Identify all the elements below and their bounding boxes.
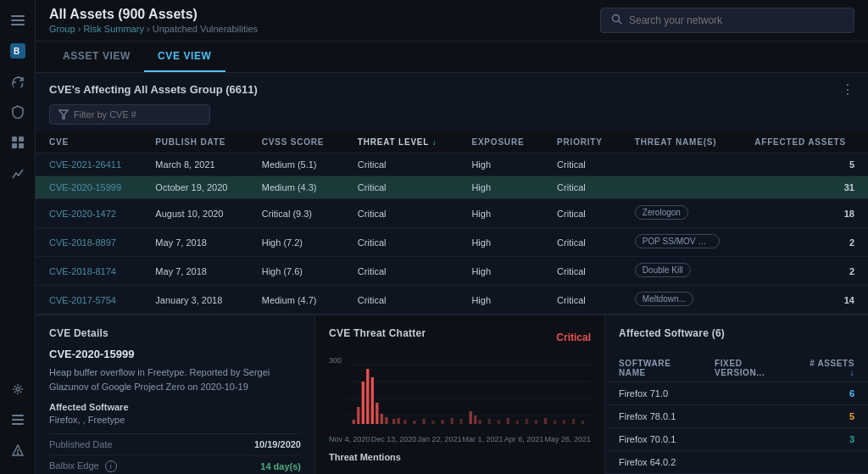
svg-point-15 — [613, 15, 620, 22]
sidebar-shield-icon[interactable] — [4, 98, 31, 125]
sidebar-list-icon[interactable] — [4, 406, 31, 433]
main-content: All Assets (900 Assets) Group › Risk Sum… — [36, 0, 868, 474]
exposure-cell: High — [458, 286, 543, 315]
sidebar-refresh-icon[interactable] — [4, 68, 31, 95]
x-label-4: Mar 1, 2021 — [463, 435, 504, 443]
cvss-score-cell: Medium (5.1) — [248, 153, 344, 176]
affected-software-label: Affected Software — [49, 402, 301, 412]
col-assets[interactable]: # ASSETS ↓ — [795, 354, 868, 382]
svg-rect-0 — [11, 15, 25, 17]
table-row[interactable]: CVE-2020-1472 August 10, 2020 Critical (… — [36, 199, 868, 228]
threat-tag: Zerologon — [635, 205, 688, 220]
publish-date-cell: October 19, 2020 — [142, 176, 248, 199]
exposure-cell: High — [458, 228, 543, 257]
breadcrumb-group[interactable]: Group — [49, 24, 75, 34]
breadcrumb: Group › Risk Summary › Unpatched Vulnera… — [49, 24, 258, 34]
exposure-cell: High — [458, 176, 543, 199]
sidebar: B — [0, 0, 36, 474]
sidebar-chart-icon[interactable] — [4, 159, 31, 187]
threat-level-cell: Critical — [344, 176, 459, 199]
publish-date-cell: March 8, 2021 — [142, 153, 248, 176]
col-priority[interactable]: PRIORITY — [543, 131, 621, 153]
table-row[interactable]: CVE-2018-8174 May 7, 2018 High (7.6) Cri… — [36, 257, 868, 286]
search-input[interactable] — [629, 14, 843, 26]
col-publish-date[interactable]: PUBLISH DATE — [142, 131, 248, 153]
cvss-score-cell: High (7.6) — [248, 257, 344, 286]
sidebar-menu-icon[interactable] — [4, 7, 31, 34]
cve-details-label: CVE Details — [49, 327, 301, 339]
threat-mentions-label: Threat Mentions — [329, 452, 591, 462]
info-icon[interactable]: i — [105, 460, 117, 472]
svg-rect-23 — [357, 407, 359, 424]
sw-name-cell: Firefox 70.0.1 — [605, 428, 701, 451]
table-row[interactable]: CVE-2021-26411 March 8, 2021 Medium (5.1… — [36, 153, 868, 176]
list-item[interactable]: Firefox 64.0.2 — [605, 451, 868, 474]
sidebar-grid-icon[interactable] — [4, 129, 31, 156]
exposure-cell: High — [458, 153, 543, 176]
cve-id-cell: CVE-2018-8897 — [36, 228, 142, 257]
cve-id-cell: CVE-2017-5754 — [36, 286, 142, 315]
table-row[interactable]: CVE-2017-5754 January 3, 2018 Medium (4.… — [36, 286, 868, 315]
svg-rect-43 — [498, 420, 500, 424]
affected-assets-cell: 5 — [741, 153, 868, 176]
svg-rect-12 — [12, 423, 24, 425]
affected-software-panel: Affected Software (6) SOFTWARE NAME FIXE… — [605, 315, 868, 474]
affected-assets-cell: 18 — [741, 199, 868, 228]
affected-software-panel-label: Affected Software (6) — [619, 327, 854, 339]
fixed-version-cell — [701, 451, 795, 474]
cve-description: Heap buffer overflow in Freetype. Report… — [49, 365, 301, 393]
assets-count-cell: 6 — [795, 382, 868, 405]
table-row[interactable]: CVE-2018-8897 May 7, 2018 High (7.2) Cri… — [36, 228, 868, 257]
col-cve[interactable]: CVE — [36, 131, 142, 153]
assets-count-cell — [795, 451, 868, 474]
priority-cell: Critical — [543, 176, 621, 199]
svg-rect-37 — [450, 418, 453, 424]
svg-rect-52 — [581, 421, 584, 424]
threat-tag: Double Kill — [635, 263, 691, 277]
svg-rect-8 — [19, 143, 24, 148]
published-date-value: 10/19/2020 — [254, 439, 301, 449]
affected-assets-cell: 2 — [741, 228, 868, 257]
svg-point-14 — [17, 454, 18, 454]
col-affected[interactable]: AFFECTED ASSETS — [741, 131, 868, 153]
threat-name-cell: POP SS/MOV SS... — [621, 228, 741, 257]
more-options-button[interactable]: ⋮ — [841, 81, 854, 98]
svg-rect-29 — [385, 417, 387, 424]
list-item[interactable]: Firefox 78.0.1 5 — [605, 405, 868, 428]
header-left: All Assets (900 Assets) Group › Risk Sum… — [49, 7, 258, 34]
svg-rect-26 — [371, 377, 374, 424]
col-exposure[interactable]: EXPOSURE — [458, 131, 543, 153]
svg-rect-7 — [12, 143, 17, 148]
list-item[interactable]: Firefox 71.0 6 — [605, 382, 868, 405]
table-row[interactable]: CVE-2020-15999 October 19, 2020 Medium (… — [36, 176, 868, 199]
tab-cve-view[interactable]: CVE VIEW — [144, 42, 225, 72]
affected-software-table: SOFTWARE NAME FIXED VERSION... # ASSETS … — [605, 354, 868, 474]
publish-date-cell: May 7, 2018 — [142, 228, 248, 257]
col-sw-name[interactable]: SOFTWARE NAME — [605, 354, 701, 382]
sidebar-gear-icon[interactable] — [4, 376, 31, 403]
svg-marker-17 — [59, 110, 68, 119]
sidebar-alert-icon[interactable] — [4, 437, 31, 464]
svg-rect-25 — [366, 369, 369, 424]
svg-rect-36 — [441, 420, 443, 424]
tab-asset-view[interactable]: ASSET VIEW — [49, 42, 144, 72]
svg-rect-30 — [392, 419, 395, 424]
threat-chart: 300 — [329, 356, 591, 432]
col-threat-level[interactable]: THREAT LEVEL ↓ — [344, 131, 459, 153]
search-bar[interactable] — [600, 8, 854, 33]
sw-name-cell: Firefox 71.0 — [605, 382, 701, 405]
affected-software-value: Firefox, , Freetype — [49, 415, 301, 425]
filter-cve-input[interactable] — [74, 109, 201, 120]
svg-rect-45 — [516, 421, 519, 424]
col-cvss[interactable]: CVSS SCORE — [248, 131, 344, 153]
breadcrumb-risk[interactable]: Risk Summary — [83, 24, 144, 34]
section-title: CVE's Affecting All Assets Group (6611) — [49, 83, 258, 96]
filter-bar — [36, 104, 868, 131]
svg-rect-42 — [488, 419, 491, 424]
list-item[interactable]: Firefox 70.0.1 3 — [605, 428, 868, 451]
col-fixed-version[interactable]: FIXED VERSION... — [701, 354, 795, 382]
svg-point-9 — [16, 388, 19, 391]
col-threat-names[interactable]: THREAT NAME(S) — [621, 131, 741, 153]
assets-count-cell: 3 — [795, 428, 868, 451]
balbix-edge-row: Balbix Edge i 14 day(s) — [49, 454, 301, 474]
